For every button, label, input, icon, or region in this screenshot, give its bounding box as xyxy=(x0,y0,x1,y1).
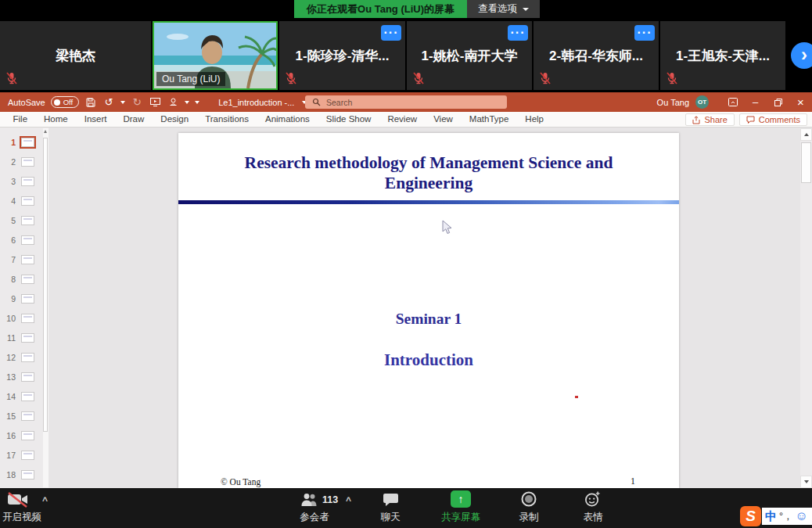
search-input[interactable] xyxy=(326,98,483,107)
ribbon-tab[interactable]: Animations xyxy=(257,112,318,127)
slide-thumbnail[interactable]: 18 xyxy=(0,465,49,484)
slide-thumbnail[interactable]: 1 xyxy=(0,132,49,152)
participant-tile[interactable]: 梁艳杰 xyxy=(0,21,151,90)
slide-thumbnail-panel: 1 2 3 4 5 6 xyxy=(0,128,49,488)
sogou-ime-icon[interactable]: S xyxy=(740,506,761,526)
ime-language-indicator[interactable]: 中 xyxy=(765,509,777,524)
scroll-down-button[interactable] xyxy=(800,476,812,488)
slide-thumbnail[interactable]: 16 xyxy=(0,426,49,445)
participant-tile-video[interactable]: Ou Tang (LiU) xyxy=(153,21,278,90)
start-video-label[interactable]: 开启视频 xyxy=(0,511,44,524)
next-participants-button[interactable]: › xyxy=(791,42,812,69)
slide-thumbnail[interactable]: 15 xyxy=(0,406,49,426)
camera-off-icon[interactable] xyxy=(6,491,30,508)
scrollbar-thumb[interactable] xyxy=(43,138,48,432)
slide-thumbnail[interactable]: 13 xyxy=(0,367,49,386)
slide-number: 12 xyxy=(5,353,16,362)
ribbon-tab[interactable]: View xyxy=(426,112,462,127)
slide-number: 14 xyxy=(5,392,16,401)
ribbon-display-options-button[interactable] xyxy=(721,92,744,112)
reactions-label[interactable]: 表情 xyxy=(577,511,609,524)
slide-thumbnail[interactable]: 10 xyxy=(0,308,49,328)
document-scrollbar[interactable] xyxy=(800,128,812,488)
record-label[interactable]: 录制 xyxy=(513,511,544,524)
slide-thumbnail-image xyxy=(21,196,34,206)
ribbon-tab[interactable]: MathType xyxy=(461,112,517,127)
slide-thumbnail[interactable]: 8 xyxy=(0,269,49,289)
slide-thumbnail[interactable]: 7 xyxy=(0,250,49,269)
scroll-up-button[interactable] xyxy=(800,128,812,141)
ime-emoji-icon[interactable]: ☺ xyxy=(796,509,808,523)
ime-punctuation-indicator[interactable]: °， xyxy=(779,510,793,523)
share-screen-icon[interactable]: ↑ xyxy=(451,490,471,508)
minimize-button[interactable]: – xyxy=(744,92,767,112)
comments-button[interactable]: Comments xyxy=(739,113,807,126)
thumbnail-scrollbar[interactable] xyxy=(43,128,49,487)
undo-icon[interactable]: ↺ xyxy=(102,97,115,107)
customize-toolbar-icon[interactable] xyxy=(195,101,199,104)
slide-canvas[interactable]: Research methodology of Management Scien… xyxy=(178,133,679,488)
slide-thumbnail[interactable]: 5 xyxy=(0,210,49,230)
participants-count: 113 xyxy=(322,494,338,505)
slide-thumbnail[interactable]: 9 xyxy=(0,289,49,308)
ribbon-tab[interactable]: Help xyxy=(517,112,552,127)
document-title[interactable]: Le1_introduction -... xyxy=(218,98,307,107)
slide-thumbnail[interactable]: 14 xyxy=(0,386,49,406)
ribbon-tab[interactable]: Slide Show xyxy=(318,112,379,127)
slide-number: 11 xyxy=(5,333,16,343)
slide-thumbnail[interactable]: 17 xyxy=(0,445,49,465)
ribbon-tab[interactable]: Home xyxy=(36,112,77,127)
search-box[interactable] xyxy=(305,95,507,109)
slide-thumbnail[interactable]: 4 xyxy=(0,191,49,210)
autosave-toggle[interactable]: Off xyxy=(51,96,80,108)
slide-thumbnail-image xyxy=(21,411,34,421)
participant-name: 1-陈珍珍-清华... xyxy=(279,21,405,90)
slide-title-line2: Engineering xyxy=(202,173,656,193)
slide-thumbnail[interactable]: 11 xyxy=(0,328,49,347)
view-options-button[interactable]: 查看选项 xyxy=(467,0,540,18)
participants-icon[interactable] xyxy=(300,493,319,507)
video-options-chevron[interactable]: ^ xyxy=(42,495,48,506)
ribbon-tab[interactable]: Draw xyxy=(115,112,153,127)
ribbon-tab[interactable]: Design xyxy=(153,112,197,127)
slide-number: 4 xyxy=(5,196,16,206)
scrollbar-thumb[interactable] xyxy=(801,142,811,183)
screen-share-banner: 你正在观看Ou Tang (LiU)的屏幕 查看选项 xyxy=(0,0,812,20)
chat-icon[interactable] xyxy=(383,493,399,507)
participants-chevron[interactable]: ^ xyxy=(346,495,351,506)
close-button[interactable]: × xyxy=(789,92,812,112)
avatar[interactable]: OT xyxy=(695,95,709,109)
start-slideshow-icon[interactable] xyxy=(149,98,161,106)
ribbon-tab[interactable]: Transitions xyxy=(197,112,257,127)
share-button[interactable]: Share xyxy=(685,113,734,126)
ribbon-tab[interactable]: File xyxy=(5,112,36,127)
save-icon[interactable] xyxy=(84,98,97,107)
redo-icon[interactable]: ↻ xyxy=(131,97,143,107)
reactions-icon[interactable] xyxy=(584,490,601,508)
slide-thumbnail[interactable]: 6 xyxy=(0,230,49,250)
mic-muted-icon xyxy=(540,72,551,84)
participant-tile[interactable]: 1-王旭东-天津... xyxy=(660,21,785,90)
account-name[interactable]: Ou Tang xyxy=(657,98,689,107)
ribbon-tab[interactable]: Insert xyxy=(76,112,115,127)
quick-access-tool-icon[interactable] xyxy=(167,98,179,106)
slide-thumbnail-image xyxy=(21,470,34,480)
share-screen-label[interactable]: 共享屏幕 xyxy=(435,511,487,524)
undo-dropdown-icon[interactable] xyxy=(120,101,125,104)
participant-tile[interactable]: ··· 1-陈珍珍-清华... xyxy=(279,21,405,90)
slide-thumbnail[interactable]: 3 xyxy=(0,171,49,191)
participant-tile[interactable]: ··· 2-韩召-华东师... xyxy=(534,21,659,90)
participant-name: Ou Tang (LiU) xyxy=(156,72,225,86)
slide-number: 15 xyxy=(5,411,16,421)
chat-label[interactable]: 聊天 xyxy=(369,511,411,524)
scroll-up-icon xyxy=(804,133,809,136)
participant-tile[interactable]: ··· 1-姚松-南开大学 xyxy=(407,21,532,90)
quick-access-dropdown-icon[interactable] xyxy=(185,101,189,104)
record-icon[interactable] xyxy=(521,491,537,507)
slide-thumbnail[interactable]: 12 xyxy=(0,347,49,367)
toggle-dot xyxy=(54,99,60,106)
ribbon-tab[interactable]: Review xyxy=(379,112,426,127)
participants-label[interactable]: 参会者 xyxy=(291,511,338,524)
restore-button[interactable] xyxy=(767,92,789,112)
slide-thumbnail[interactable]: 2 xyxy=(0,152,49,171)
